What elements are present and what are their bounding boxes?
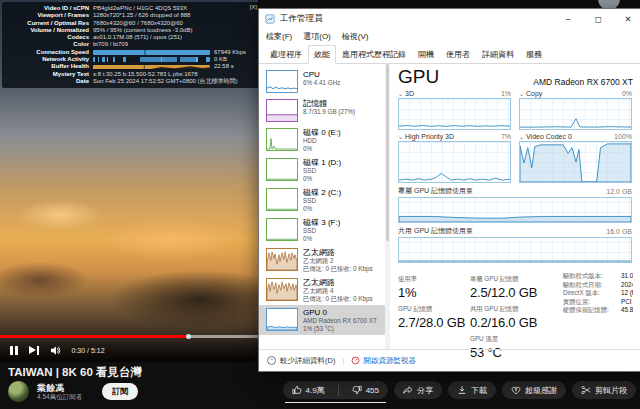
menu-view[interactable]: 檢視(V) — [342, 31, 369, 42]
tab-users[interactable]: 使用者 — [440, 45, 476, 64]
stats-value: 95% / 95% (content loudness -3.0dB) — [93, 27, 256, 34]
stats-value: bt709 / bt709 — [93, 41, 256, 48]
dedicated-memory-label: 專屬 GPU 記憶體 — [470, 275, 563, 284]
sidebar-item-gpu0[interactable]: GPU 0 AMD Radeon RX 6700 XT 1% (53 °C) — [259, 305, 385, 335]
pause-button-icon[interactable] — [10, 346, 18, 355]
network-activity-bar — [93, 57, 210, 62]
ethernet2-mini-graph — [266, 248, 298, 271]
chevron-up-circle-icon: ⌃ — [267, 356, 276, 365]
gpu-temp-label: GPU 溫度 — [470, 335, 563, 344]
window-controls: – ◻ ✕ — [553, 9, 640, 29]
sidebar-scrollbar[interactable] — [385, 64, 390, 349]
stats-row: Color bt709 / bt709 — [5, 41, 256, 48]
disk0-mini-graph — [266, 128, 298, 151]
chart-3d-header[interactable]: ⌄3D 1% — [398, 90, 511, 97]
close-button[interactable]: ✕ — [613, 9, 640, 29]
disk1-mini-graph — [266, 158, 298, 181]
title-bar[interactable]: 工作管理員 – ◻ ✕ — [259, 9, 640, 29]
tab-processes[interactable]: 處理程序 — [264, 45, 308, 64]
super-thanks-button[interactable]: $ 超級感謝 — [502, 381, 566, 399]
task-manager-app-icon — [265, 14, 275, 24]
tab-app-history[interactable]: 應用程式歷程記錄 — [336, 45, 412, 64]
chart-3d: ⌄3D 1% — [398, 87, 511, 130]
memory-mini-graph — [266, 99, 298, 122]
sidebar-item-disk0[interactable]: 磁碟 0 (E:) HDD 0% — [259, 125, 385, 155]
sidebar-item-cpu[interactable]: CPU 6% 4.41 GHz — [259, 67, 385, 96]
subscribe-button[interactable]: 訂閱 — [102, 383, 138, 400]
stats-row-connection-speed: Connection Speed 67949 Kbps — [5, 49, 256, 56]
sidebar-item-disk2[interactable]: 磁碟 2 (C:) SSD 0% — [259, 185, 385, 215]
fewer-details-label: 較少詳細資料(D) — [280, 356, 335, 366]
buffer-health-graph — [93, 65, 210, 70]
menu-bar: 檔案(F) 選項(O) 檢視(V) — [259, 29, 640, 44]
channel-avatar[interactable] — [8, 381, 29, 402]
stats-close-button[interactable]: [X] — [250, 4, 257, 11]
like-dislike-pill: 4.9萬 455 — [283, 381, 388, 399]
gpu-stats: 使用率 1% GPU 記憶體 2.7/28.0 GB 專屬 GPU 記憶體 2.… — [398, 270, 633, 360]
task-manager-footer: ⌃ 較少詳細資料(D) | 開啟資源監視器 — [259, 349, 640, 371]
stats-value: s:8 t:30.25 b:15.500-52.783 L pbs:1678 — [93, 71, 256, 78]
gpu-stats-col1: 使用率 1% GPU 記憶體 2.7/28.0 GB — [398, 270, 470, 360]
sidebar-item-disk3[interactable]: 磁碟 3 (F:) SSD 0% — [259, 215, 385, 245]
gpu-stats-details: 驅動程式版本:31.0.24002.92 驅動程式日期:2024/1/11 Di… — [563, 270, 633, 360]
screen: [X] Video ID / sCPN PB4gId2wPNc / H1GC 4… — [0, 0, 640, 409]
dedicated-memory-value: 2.5/12.0 GB — [470, 285, 563, 300]
stats-label: Buffer Health — [5, 63, 93, 70]
stats-label: Current / Optimal Res — [5, 20, 93, 27]
stats-label: Mystery Text — [5, 71, 93, 78]
tab-services[interactable]: 服務 — [520, 45, 548, 64]
tab-startup[interactable]: 開機 — [412, 45, 440, 64]
stats-row-buffer-health: Buffer Health 22.58 s — [5, 63, 256, 70]
tab-details[interactable]: 詳細資料 — [476, 45, 520, 64]
like-count: 4.9萬 — [306, 385, 325, 396]
like-button[interactable]: 4.9萬 — [283, 381, 334, 399]
stats-row: Volume / Normalized 95% / 95% (content l… — [5, 27, 256, 34]
stats-value: 67949 Kbps — [210, 49, 256, 56]
chart-hp3d-header[interactable]: ⌄High Priority 3D 7% — [398, 133, 511, 140]
channel-name[interactable]: 業餘馮 — [37, 383, 82, 393]
connection-speed-bar — [93, 50, 210, 55]
buffer-health-bar — [93, 65, 210, 70]
sidebar-item-ethernet2[interactable]: 乙太網路 乙太網路 2 已傳送: 0 已接收: 0 Kbps — [259, 245, 385, 275]
open-resource-monitor-link[interactable]: 開啟資源監視器 — [351, 356, 416, 366]
dislike-button[interactable]: 455 — [343, 381, 388, 399]
shared-memory-label: 共用 GPU 記憶體 — [470, 305, 563, 314]
menu-options[interactable]: 選項(O) — [303, 31, 331, 42]
chart-codec-header[interactable]: ⌄Video Codec 0 100% — [519, 133, 632, 140]
chart-high-priority-3d: ⌄High Priority 3D 7% — [398, 130, 511, 183]
volume-icon[interactable] — [50, 345, 61, 356]
tab-performance[interactable]: 效能 — [308, 45, 336, 64]
download-icon — [457, 385, 467, 395]
shared-memory-value: 0.2/16.0 GB — [470, 315, 563, 330]
sidebar-item-disk1[interactable]: 磁碟 1 (D:) SSD 0% — [259, 155, 385, 185]
sidebar-item-ethernet4[interactable]: 乙太網路 乙太網路 4 已傳送: 0 已接收: 0 Kbps — [259, 275, 385, 305]
fewer-details-button[interactable]: ⌃ 較少詳細資料(D) — [267, 356, 335, 366]
clip-button[interactable]: 剪輯片段 — [572, 381, 636, 399]
minimize-button[interactable]: – — [553, 9, 583, 29]
gpu-engine-charts: ⌄3D 1% ⌄Copy 0% — [398, 87, 633, 183]
stats-row: Current / Optimal Res 7680x4320@60 / 768… — [5, 20, 256, 27]
stats-label: Codecs — [5, 34, 93, 41]
chart-copy-header[interactable]: ⌄Copy 0% — [519, 90, 632, 97]
video-player[interactable]: [X] Video ID / sCPN PB4gId2wPNc / H1GC 4… — [0, 0, 258, 362]
maximize-button[interactable]: ◻ — [583, 9, 613, 29]
gpu-device-name: AMD Radeon RX 6700 XT — [533, 77, 633, 87]
menu-file[interactable]: 檔案(F) — [266, 31, 292, 42]
next-video-icon[interactable] — [29, 346, 39, 355]
stats-label: Color — [5, 41, 93, 48]
stats-label: Date — [5, 78, 93, 85]
stats-value: 1280x720*1.25 / 626 dropped of 888 — [93, 12, 256, 19]
download-label: 下載 — [471, 385, 487, 396]
scissors-icon — [581, 385, 591, 395]
performance-body: CPU 6% 4.41 GHz 記憶體 8.7/31.9 GB (27%) — [259, 64, 640, 349]
download-button[interactable]: 下載 — [448, 381, 496, 399]
share-icon — [403, 385, 413, 395]
share-button[interactable]: 分享 — [394, 381, 442, 399]
task-manager-window: 工作管理員 – ◻ ✕ 檔案(F) 選項(O) 檢視(V) 處理程序 效能 應用… — [258, 8, 640, 372]
disk3-mini-graph — [266, 218, 298, 241]
stats-row-network-activity: Network Activity 0 KB — [5, 56, 256, 63]
sidebar-item-memory[interactable]: 記憶體 8.7/31.9 GB (27%) — [259, 96, 385, 125]
disk2-mini-graph — [266, 188, 298, 211]
utilization-label: 使用率 — [398, 275, 470, 284]
chart-hp3d-graph — [398, 141, 511, 183]
